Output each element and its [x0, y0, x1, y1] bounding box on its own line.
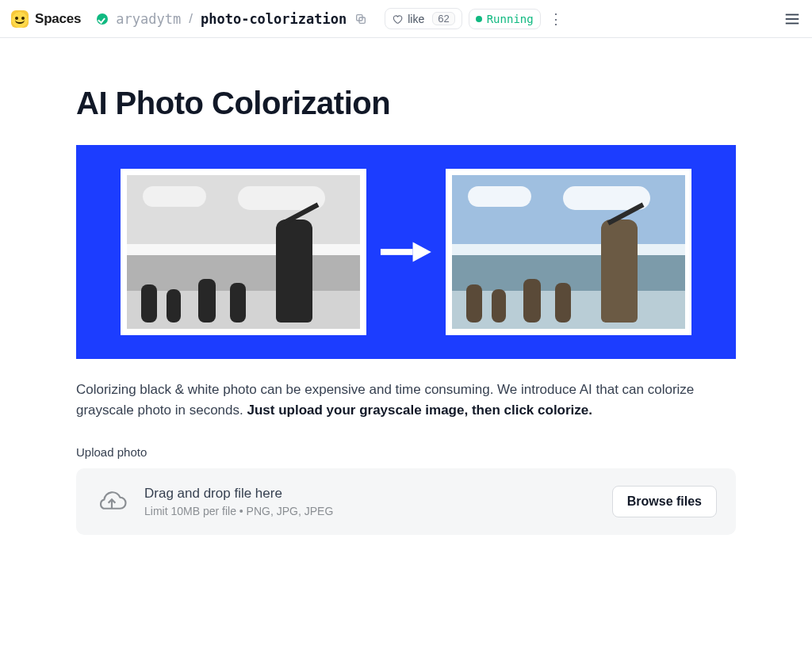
brand-label[interactable]: Spaces	[35, 11, 81, 27]
main-area: AI Photo Colorization Colorizing black	[0, 38, 812, 535]
example-image-after	[446, 169, 691, 335]
copy-icon[interactable]	[354, 13, 367, 25]
like-label: like	[408, 13, 424, 25]
breadcrumb-owner[interactable]: aryadytm	[116, 11, 181, 27]
breadcrumb-separator: /	[187, 11, 194, 27]
heart-icon	[392, 13, 403, 25]
example-image-before	[121, 169, 366, 335]
breadcrumb-space[interactable]: photo-colorization	[201, 11, 347, 27]
description-bold: Just upload your grayscale image, then c…	[247, 403, 592, 418]
header-bar: Spaces aryadytm / photo-colorization lik…	[0, 0, 812, 38]
arrow-right-icon	[379, 240, 433, 264]
like-count: 62	[432, 12, 454, 25]
svg-marker-6	[413, 242, 431, 261]
status-label: Running	[487, 13, 534, 25]
like-button[interactable]: like 62	[385, 8, 462, 29]
browse-files-button[interactable]: Browse files	[612, 486, 717, 517]
hero-banner	[76, 145, 736, 359]
svg-rect-5	[381, 249, 413, 255]
verified-icon	[97, 13, 108, 25]
status-pill[interactable]: Running	[469, 9, 541, 29]
cloud-upload-icon	[95, 487, 128, 516]
upload-section-label: Upload photo	[76, 445, 736, 459]
more-menu-button[interactable]: ⋮	[547, 12, 565, 26]
hf-logo-icon[interactable]	[11, 10, 29, 28]
dropzone-sub: Limit 10MB per file • PNG, JPG, JPEG	[144, 505, 596, 517]
dropzone-title: Drag and drop file here	[144, 486, 596, 502]
status-dot-icon	[476, 16, 482, 22]
hamburger-menu-icon[interactable]	[783, 10, 801, 28]
page-description: Colorizing black & white photo can be ex…	[76, 380, 736, 422]
page-title: AI Photo Colorization	[76, 86, 736, 121]
upload-dropzone[interactable]: Drag and drop file here Limit 10MB per f…	[76, 468, 736, 535]
